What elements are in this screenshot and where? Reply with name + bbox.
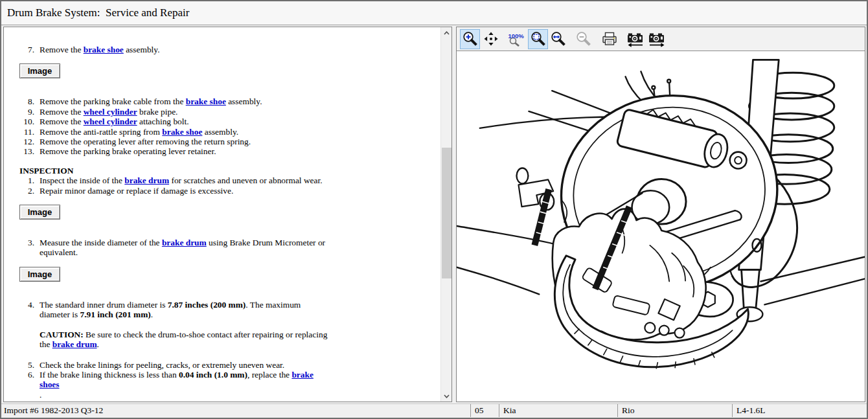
text-run: . [97,339,99,349]
print-button[interactable] [599,29,619,49]
main-area: 7.Remove the brake shoe assembly.Image8.… [1,25,867,403]
part-link[interactable]: wheel cylinder [84,117,137,126]
list-item-text: Remove the anti-rattle spring from brake… [40,127,332,137]
document-body: 7.Remove the brake shoe assembly.Image8.… [4,27,440,402]
text-run: If the brake lining thickness is less th… [40,370,179,379]
list-item: 7.Remove the brake shoe assembly. [19,45,440,54]
status-bar: Import #6 1982-2013 Q3-12 05 Kia Rio L4-… [1,403,867,417]
list-item: 11.Remove the anti-rattle spring from br… [19,127,440,137]
list-item-number: 1. [19,176,34,185]
scroll-down-button[interactable] [441,391,452,402]
app-window: Drum Brake System: Service and Repair 7.… [0,0,868,419]
image-button-row: Image [19,267,440,282]
list-item-text: Check the brake linings for peeling, cra… [40,360,332,370]
list-item-text: Inspect the inside of the brake drum for… [40,176,332,185]
part-link[interactable]: brake shoe [186,96,226,106]
list-item: 10.Remove the wheel cylinder attaching b… [19,117,440,126]
document-panel: 7.Remove the brake shoe assembly.Image8.… [3,27,452,402]
list-item-number: 8. [19,96,34,106]
svg-text:100%: 100% [508,32,524,40]
prev-image-button[interactable] [625,29,645,49]
text-run: Inspect the inside of the [40,176,124,185]
scroll-up-button[interactable] [441,27,452,38]
status-engine: L4-1.6L [732,404,867,417]
scroll-thumb[interactable] [442,148,451,278]
text-run: The standard inner drum diameter is [40,300,168,310]
list-item: 9.Remove the wheel cylinder brake pipe. [19,107,440,117]
list-item-text: The standard inner drum diameter is 7.87… [40,300,332,320]
page-title: Drum Brake System: Service and Repair [7,6,189,19]
document-scrollbar[interactable] [440,27,451,402]
text-run: Remove the operating lever after removin… [40,137,251,146]
part-link[interactable]: brake shoe [84,45,124,54]
list-item-text: . [40,390,332,400]
list-item-number [19,390,34,400]
image-button[interactable]: Image [19,205,60,220]
text-run: brake pipe. [137,107,178,117]
list-item-number: 2. [19,186,34,196]
text-run: Remove the [40,107,84,117]
bold-text: 7.87 inches (200 mm) [168,300,246,310]
bold-text: 7.91 inch (201 mm) [80,310,150,319]
zoom-100-button[interactable]: 100% [505,29,525,49]
list-item: 8.Remove the parking brake cable from th… [19,96,440,106]
list-item-number: 7. [19,45,34,54]
text-run: assembly. [124,45,160,54]
pan-button[interactable] [481,29,501,49]
image-button-row: Image [19,205,440,220]
list-item: 4.The standard inner drum diameter is 7.… [19,300,440,320]
chevron-down-icon [444,394,450,398]
zoom-in-button[interactable] [460,29,480,49]
text-run: Repair minor damage or replace if damage… [40,186,233,196]
part-link[interactable]: brake drum [52,339,97,349]
zoom-out-button[interactable] [573,29,593,49]
text-run: , replace the [247,370,291,379]
part-link[interactable]: brake drum [162,238,207,247]
image-toolbar: 100% [457,27,865,51]
list-item-text: Remove the brake shoe assembly. [40,45,332,54]
text-run: for scratches and uneven or abnormal wea… [169,176,322,185]
list-item-text: Remove the wheel cylinder attaching bolt… [40,117,332,126]
bold-text: 0.04 inch (1.0 mm) [179,370,247,379]
title-bar: Drum Brake System: Service and Repair [1,1,867,25]
chevron-up-icon [444,31,450,35]
list-item-text: Remove the wheel cylinder brake pipe. [40,107,332,117]
list-item-number: 3. [19,238,34,258]
text-run: Check the brake linings for peeling, cra… [40,360,284,370]
image-button[interactable]: Image [19,63,60,78]
list-item: 5.Check the brake linings for peeling, c… [19,360,440,370]
text-run: attaching bolt. [137,117,189,126]
list-item-text: Remove the operating lever after removin… [40,137,332,146]
list-item: 6.If the brake lining thickness is less … [19,370,440,390]
brake-assembly-illustration [457,51,865,402]
section-heading: INSPECTION [19,166,440,176]
camera-prev-icon [626,30,645,47]
list-item-number: 5. [19,360,34,370]
part-link[interactable]: wheel cylinder [84,107,137,117]
text-run: assembly. [226,96,262,106]
status-make: Kia [499,404,617,417]
status-import-info: Import #6 1982-2013 Q3-12 [1,404,470,417]
image-button-row: Image [19,63,440,78]
zoom-out-icon [575,30,592,47]
next-image-button[interactable] [646,29,667,49]
list-item: 1.Inspect the inside of the brake drum f… [19,176,440,185]
text-run: . [151,310,153,319]
pan-icon [483,30,499,47]
status-code: 05 [470,404,499,417]
list-item-number: 11. [19,127,34,137]
image-panel: 100% [456,27,865,402]
part-link[interactable]: brake shoe [162,127,202,137]
text-run: Measure the inside diameter of the [40,238,162,247]
fit-page-button[interactable] [528,29,548,49]
text-run: Remove the parking brake cable from the [40,96,186,106]
image-button[interactable]: Image [19,267,60,282]
list-item-number: 10. [19,117,34,126]
text-run: Remove the [40,117,84,126]
fit-width-button[interactable] [548,29,568,49]
list-item-text: Measure the inside diameter of the brake… [40,238,332,258]
list-item-number: 4. [19,300,34,320]
bold-text: CAUTION: [40,330,84,339]
image-area [457,51,865,402]
part-link[interactable]: brake drum [124,176,169,185]
